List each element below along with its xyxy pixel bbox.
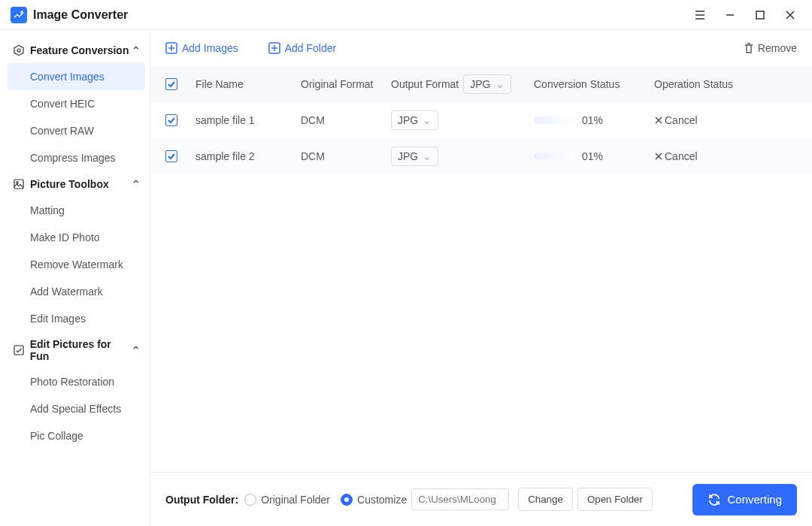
chevron-up-icon: ⌃ — [132, 344, 141, 356]
toolbox-icon — [12, 177, 26, 191]
svg-point-0 — [21, 11, 23, 13]
trash-icon — [743, 42, 755, 54]
chevron-down-icon: ⌄ — [495, 78, 504, 90]
app-title: Image Converter — [33, 8, 128, 22]
original-folder-label: Original Folder — [261, 494, 330, 506]
maximize-icon[interactable] — [749, 4, 771, 26]
sidebar-item-make-id-photo[interactable]: Make ID Photo — [8, 224, 145, 251]
remove-button[interactable]: Remove — [743, 42, 797, 54]
progress-bar — [534, 153, 576, 160]
sidebar-item-add-watermark[interactable]: Add Watermark — [8, 278, 145, 305]
converting-button[interactable]: Converting — [692, 484, 797, 515]
open-folder-button[interactable]: Open Folder — [577, 488, 653, 511]
file-name: sample file 1 — [195, 114, 301, 126]
row-checkbox[interactable] — [165, 114, 177, 126]
sidebar: Feature Conversion ⌃ Convert Images Conv… — [0, 30, 150, 526]
original-folder-radio[interactable] — [244, 494, 256, 506]
sidebar-item-convert-raw[interactable]: Convert RAW — [8, 117, 145, 144]
select-all-checkbox[interactable] — [165, 78, 177, 90]
minimize-icon[interactable] — [719, 4, 741, 26]
sidebar-item-convert-heic[interactable]: Convert HEIC — [8, 90, 145, 117]
add-folder-button[interactable]: Add Folder — [268, 42, 336, 54]
chevron-down-icon: ⌄ — [423, 150, 432, 162]
row-format-select[interactable]: JPG⌄ — [391, 147, 438, 166]
row-format-select[interactable]: JPG⌄ — [391, 110, 438, 130]
sidebar-item-edit-images[interactable]: Edit Images — [8, 305, 145, 332]
sidebar-item-remove-watermark[interactable]: Remove Watermark — [8, 251, 145, 278]
close-icon[interactable] — [779, 4, 801, 26]
x-icon — [654, 152, 663, 161]
chevron-down-icon: ⌄ — [423, 114, 432, 126]
table-row: sample file 2 DCM JPG⌄ 01% Cancel — [150, 138, 812, 174]
table-header: File Name Original Format Output Format … — [150, 66, 812, 102]
col-operation-status: Operation Status — [654, 78, 767, 90]
sidebar-section-edit-pictures-for-fun[interactable]: Edit Pictures for Fun ⌃ — [8, 332, 145, 368]
change-button[interactable]: Change — [518, 488, 573, 511]
file-name: sample file 2 — [195, 150, 301, 162]
output-folder-label: Output Folder: — [165, 494, 238, 506]
col-file-name: File Name — [195, 78, 301, 90]
sidebar-section-picture-toolbox[interactable]: Picture Toolbox ⌃ — [8, 171, 145, 197]
conversion-status: 01% — [534, 114, 654, 126]
toolbar: Add Images Add Folder Remove — [150, 30, 812, 66]
main-panel: Add Images Add Folder Remove File Name O… — [150, 30, 812, 526]
original-format: DCM — [301, 114, 391, 126]
x-icon — [654, 116, 663, 125]
svg-rect-5 — [756, 11, 764, 19]
add-folder-icon — [268, 42, 280, 54]
svg-rect-12 — [14, 346, 23, 355]
add-folder-label: Add Folder — [285, 42, 336, 54]
chevron-up-icon: ⌃ — [132, 44, 141, 56]
remove-label: Remove — [758, 42, 797, 54]
chevron-up-icon: ⌃ — [132, 178, 141, 190]
output-path-input[interactable] — [411, 488, 509, 510]
svg-point-9 — [17, 49, 20, 52]
add-images-button[interactable]: Add Images — [165, 42, 238, 54]
col-output-format: Output Format — [391, 78, 459, 90]
original-format: DCM — [301, 150, 391, 162]
section-label: Feature Conversion — [30, 44, 129, 56]
sidebar-item-photo-restoration[interactable]: Photo Restoration — [8, 368, 145, 395]
col-original-format: Original Format — [301, 78, 391, 90]
section-label: Picture Toolbox — [30, 178, 109, 190]
sidebar-section-feature-conversion[interactable]: Feature Conversion ⌃ — [8, 38, 145, 63]
sidebar-item-add-special-effects[interactable]: Add Special Effects — [8, 395, 145, 422]
refresh-icon — [707, 493, 721, 506]
svg-point-11 — [17, 182, 19, 184]
customize-label: Customize — [357, 494, 407, 506]
progress-bar — [534, 116, 576, 124]
svg-marker-8 — [14, 45, 23, 55]
sidebar-item-convert-images[interactable]: Convert Images — [8, 63, 145, 90]
footer: Output Folder: Original Folder Customize… — [150, 472, 812, 526]
section-label: Edit Pictures for Fun — [30, 338, 132, 362]
customize-radio[interactable] — [341, 494, 353, 506]
table-row: sample file 1 DCM JPG⌄ 01% Cancel — [150, 102, 812, 138]
titlebar: Image Converter — [0, 0, 812, 30]
cancel-button[interactable]: Cancel — [654, 150, 767, 162]
row-checkbox[interactable] — [165, 150, 177, 162]
app-logo-icon — [11, 7, 27, 23]
conversion-status: 01% — [534, 150, 654, 162]
hamburger-menu-icon[interactable] — [689, 4, 711, 26]
sidebar-item-compress-images[interactable]: Compress Images — [8, 144, 145, 171]
hexagon-icon — [12, 44, 26, 57]
cancel-button[interactable]: Cancel — [654, 114, 767, 126]
sidebar-item-matting[interactable]: Matting — [8, 197, 145, 224]
header-format-select[interactable]: JPG ⌄ — [463, 74, 511, 94]
add-images-label: Add Images — [182, 42, 238, 54]
col-conversion-status: Conversion Status — [534, 78, 654, 90]
sidebar-item-pic-collage[interactable]: Pic Collage — [8, 422, 145, 449]
svg-rect-10 — [14, 180, 23, 189]
add-image-icon — [165, 42, 177, 54]
fun-icon — [12, 343, 26, 357]
